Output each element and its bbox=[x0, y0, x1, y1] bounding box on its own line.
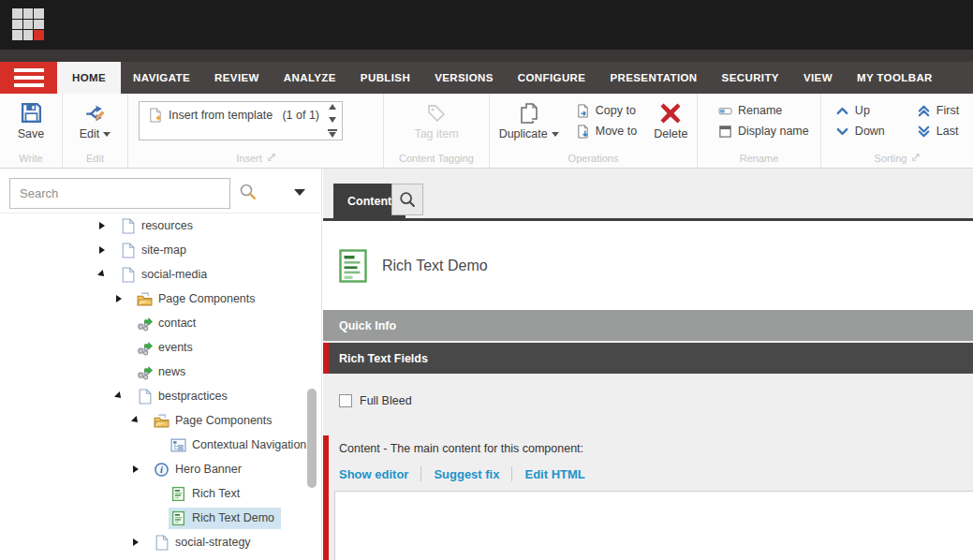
tab-presentation[interactable]: PRESENTATION bbox=[597, 62, 709, 94]
tab-configure[interactable]: CONFIGURE bbox=[506, 62, 598, 94]
save-label: Save bbox=[18, 127, 45, 140]
tree-item-site-map[interactable]: site-map bbox=[0, 238, 321, 262]
tree-item-social-media[interactable]: social-media bbox=[0, 262, 321, 287]
sort-up-button[interactable]: Up bbox=[835, 104, 885, 118]
double-chevron-up-icon bbox=[917, 104, 931, 118]
tree-item-page-components[interactable]: Page Components bbox=[0, 287, 321, 311]
group-expand-icon[interactable] bbox=[267, 154, 275, 162]
sidebar-search-row bbox=[0, 169, 321, 214]
full-bleed-field: Full Bleed bbox=[339, 394, 412, 407]
tree-item-hero-banner[interactable]: i Hero Banner bbox=[0, 457, 321, 481]
tab-view[interactable]: VIEW bbox=[791, 62, 845, 94]
search-options-caret-icon[interactable] bbox=[294, 189, 305, 196]
section-quick-info-label: Quick Info bbox=[339, 319, 396, 332]
tree-item-events[interactable]: events bbox=[0, 335, 321, 360]
content-html-field[interactable] bbox=[334, 491, 973, 560]
tree-item-rich-text-demo[interactable]: Rich Text Demo bbox=[0, 506, 321, 530]
hamburger-bar bbox=[14, 68, 44, 72]
tree-item-rich-text[interactable]: Rich Text bbox=[0, 481, 321, 506]
richtext-icon bbox=[339, 249, 367, 283]
save-button[interactable]: Save bbox=[12, 99, 51, 142]
spinner-down-icon[interactable] bbox=[329, 117, 336, 123]
fields-area: Full Bleed Content - The main content fo… bbox=[323, 374, 973, 560]
tree-item-page-components[interactable]: Page Components bbox=[0, 408, 321, 433]
tree-item-news[interactable]: news bbox=[0, 360, 321, 384]
chevron-up-icon bbox=[835, 104, 849, 118]
display-name-label: Display name bbox=[738, 125, 809, 138]
sort-down-button[interactable]: Down bbox=[835, 125, 885, 139]
expander-expanded-icon[interactable] bbox=[99, 271, 118, 278]
suggest-fix-link[interactable]: Suggest fix bbox=[434, 467, 499, 481]
delete-button[interactable]: Delete bbox=[648, 100, 693, 142]
expander-expanded-icon[interactable] bbox=[116, 392, 135, 400]
tag-item-button: Tag item bbox=[408, 100, 464, 142]
tab-navigate[interactable]: NAVIGATE bbox=[121, 62, 202, 94]
full-bleed-checkbox[interactable] bbox=[339, 394, 352, 407]
section-rich-text-fields[interactable]: Rich Text Fields bbox=[323, 343, 973, 374]
hamburger-bar bbox=[14, 76, 44, 80]
expander-expanded-icon[interactable] bbox=[133, 417, 152, 424]
tree-item-contextual-navigation[interactable]: Contextual Navigation bbox=[0, 433, 321, 457]
logo-cell bbox=[34, 8, 44, 19]
tab-review[interactable]: REVIEW bbox=[202, 62, 272, 94]
tree-item-resources[interactable]: resources bbox=[0, 214, 321, 238]
delete-x-icon bbox=[659, 102, 682, 125]
rename-button[interactable]: Rename bbox=[718, 104, 809, 118]
expander-collapsed-icon[interactable] bbox=[116, 295, 135, 302]
sort-last-label: Last bbox=[936, 125, 959, 138]
sort-last-button[interactable]: Last bbox=[917, 125, 959, 139]
edit-button[interactable]: Edit bbox=[74, 99, 117, 142]
sitecore-logo-icon[interactable] bbox=[12, 8, 44, 40]
show-editor-link[interactable]: Show editor bbox=[339, 467, 408, 481]
ribbon-tab-strip: HOME NAVIGATE REVIEW ANALYZE PUBLISH VER… bbox=[0, 50, 973, 94]
search-input[interactable] bbox=[9, 178, 230, 209]
info-icon: i bbox=[154, 462, 170, 478]
move-to-button[interactable]: Move to bbox=[576, 125, 637, 139]
expander-collapsed-icon[interactable] bbox=[133, 538, 152, 546]
tree-item-contact[interactable]: contact bbox=[0, 311, 321, 335]
ribbon-group-insert: Insert from template (1 of 1) Insert bbox=[128, 94, 384, 168]
hamburger-menu-button[interactable] bbox=[0, 62, 57, 94]
logo-cell bbox=[12, 20, 22, 30]
tree-item-label: bestpractices bbox=[158, 390, 228, 403]
section-quick-info[interactable]: Quick Info bbox=[323, 310, 973, 341]
expander-collapsed-icon[interactable] bbox=[99, 222, 118, 229]
divider bbox=[511, 466, 512, 481]
group-expand-icon[interactable] bbox=[911, 154, 920, 162]
insert-option-label: Insert from template bbox=[169, 109, 273, 122]
sort-first-button[interactable]: First bbox=[917, 104, 959, 118]
tab-home[interactable]: HOME bbox=[57, 62, 121, 94]
spinner-up-icon[interactable] bbox=[329, 104, 336, 110]
search-icon bbox=[398, 190, 417, 209]
search-icon[interactable] bbox=[238, 182, 258, 202]
expander-collapsed-icon[interactable] bbox=[133, 465, 152, 473]
tree-item-bestpractices[interactable]: bestpractices bbox=[0, 384, 321, 408]
tree-item-label: resources bbox=[141, 219, 193, 232]
spinner-last-icon[interactable] bbox=[328, 129, 337, 138]
expander-collapsed-icon[interactable] bbox=[99, 246, 118, 254]
tab-versions[interactable]: VERSIONS bbox=[422, 62, 506, 94]
group-label-sorting: Sorting bbox=[821, 148, 973, 168]
top-bar bbox=[0, 0, 973, 50]
tab-security[interactable]: SECURITY bbox=[710, 62, 791, 94]
richtext-icon bbox=[170, 486, 186, 502]
display-name-button[interactable]: Display name bbox=[718, 125, 809, 139]
logo-cell bbox=[23, 30, 34, 40]
tree-item-social-strategy[interactable]: social-strategy bbox=[0, 530, 321, 554]
tree-item-label: social-strategy bbox=[175, 536, 251, 549]
tree-scrollbar-thumb[interactable] bbox=[307, 389, 317, 488]
edit-html-link[interactable]: Edit HTML bbox=[524, 467, 584, 481]
tab-my-toolbar[interactable]: MY TOOLBAR bbox=[845, 62, 945, 94]
item-title: Rich Text Demo bbox=[382, 258, 488, 274]
insert-list-spinner bbox=[325, 104, 339, 138]
content-search-button[interactable] bbox=[391, 184, 423, 215]
logo-cell bbox=[12, 8, 22, 19]
tab-analyze[interactable]: ANALYZE bbox=[272, 62, 348, 94]
tree-item-label: Hero Banner bbox=[175, 463, 242, 476]
copy-to-button[interactable]: Copy to bbox=[576, 104, 637, 118]
duplicate-button[interactable]: Duplicate bbox=[494, 100, 565, 142]
tab-publish[interactable]: PUBLISH bbox=[348, 62, 422, 94]
insert-from-template-option[interactable]: Insert from template (1 of 1) bbox=[140, 102, 342, 123]
insert-template-listbox: Insert from template (1 of 1) bbox=[139, 101, 343, 140]
rename-field-icon bbox=[718, 104, 732, 118]
